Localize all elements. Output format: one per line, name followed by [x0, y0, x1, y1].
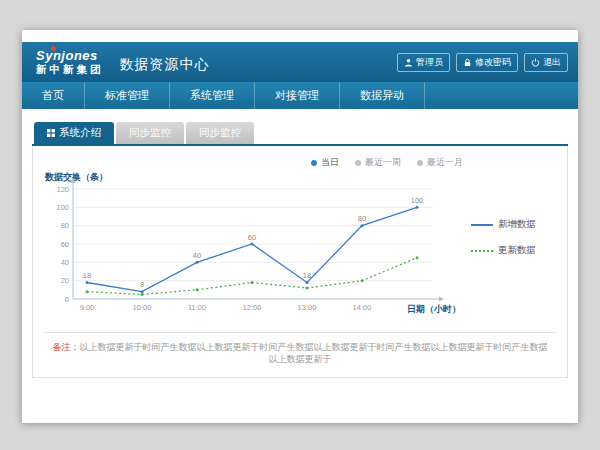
chart-area: 当日 最近一周 最近一月 数据交换（条）0204060801001209:001… [43, 152, 557, 323]
app-window: Synjones 新中新集团 数据资源中心 管理员 修改密码 退出 首页 标准管… [22, 30, 578, 423]
change-password-label: 修改密码 [475, 56, 511, 69]
svg-text:60: 60 [248, 233, 256, 242]
filter-label: 最近一周 [365, 156, 401, 169]
svg-text:9:00: 9:00 [80, 303, 95, 312]
tab-bar: 系统介绍 同步监控 同步监控 [34, 122, 568, 144]
legend-label: 新增数据 [498, 218, 536, 231]
grid-icon [47, 129, 55, 137]
legend-new-data[interactable]: 新增数据 [471, 218, 557, 231]
logo-text: Synjones [36, 49, 104, 64]
svg-text:数据交换（条）: 数据交换（条） [44, 172, 108, 182]
logout-label: 退出 [543, 56, 561, 69]
line-chart: 数据交换（条）0204060801001209:0010:0011:0012:0… [43, 171, 463, 323]
main-nav: 首页 标准管理 系统管理 对接管理 数据异动 [22, 82, 578, 109]
app-header: Synjones 新中新集团 数据资源中心 管理员 修改密码 退出 [22, 42, 578, 82]
filter-today[interactable]: 当日 [311, 156, 339, 169]
admin-user-button[interactable]: 管理员 [397, 53, 450, 72]
svg-text:14:00: 14:00 [353, 303, 372, 312]
chart-legend: 新增数据 更新数据 [469, 152, 557, 323]
chart-column: 当日 最近一周 最近一月 数据交换（条）0204060801001209:001… [43, 152, 469, 323]
nav-label: 系统管理 [190, 88, 234, 103]
svg-text:40: 40 [61, 258, 69, 267]
admin-label: 管理员 [416, 56, 443, 69]
svg-text:60: 60 [61, 240, 69, 249]
lock-icon [463, 58, 472, 67]
footnote-text: 以上数据更新于时间产生数据以上数据更新于时间产生数据以上数据更新于时间产生数据以… [80, 342, 548, 365]
logo-subtitle: 新中新集团 [36, 63, 104, 75]
power-icon [531, 58, 540, 67]
svg-text:12:00: 12:00 [243, 303, 262, 312]
tab-label: 系统介绍 [59, 126, 101, 140]
svg-text:8: 8 [140, 280, 144, 289]
svg-text:18: 18 [303, 271, 311, 280]
nav-item-connection-mgmt[interactable]: 对接管理 [255, 82, 340, 109]
footnote: 备注：以上数据更新于时间产生数据以上数据更新于时间产生数据以上数据更新于时间产生… [43, 332, 557, 377]
synjones-logo: Synjones 新中新集团 [36, 49, 104, 76]
solid-line-icon [471, 224, 493, 226]
filter-label: 当日 [321, 156, 339, 169]
legend-updated-data[interactable]: 更新数据 [471, 244, 557, 257]
logo-star-icon [51, 46, 56, 51]
svg-text:11:00: 11:00 [188, 303, 206, 312]
nav-item-system-mgmt[interactable]: 系统管理 [170, 82, 255, 109]
nav-label: 标准管理 [105, 88, 149, 103]
svg-text:18: 18 [83, 271, 91, 280]
svg-text:0: 0 [65, 295, 69, 304]
svg-text:100: 100 [411, 196, 424, 205]
dot-icon [417, 160, 423, 166]
logout-button[interactable]: 退出 [524, 53, 568, 72]
svg-text:日期（小时）: 日期（小时） [407, 304, 461, 314]
svg-text:20: 20 [61, 276, 69, 285]
nav-item-standard-mgmt[interactable]: 标准管理 [85, 82, 170, 109]
user-icon [404, 58, 413, 67]
chart-panel: 当日 最近一周 最近一月 数据交换（条）0204060801001209:001… [32, 146, 568, 378]
svg-text:80: 80 [61, 221, 69, 230]
dotted-line-icon [471, 250, 493, 252]
svg-text:80: 80 [358, 214, 366, 223]
svg-text:10:00: 10:00 [133, 303, 152, 312]
tab-sync-monitor-2[interactable]: 同步监控 [186, 122, 254, 144]
legend-label: 更新数据 [498, 244, 536, 257]
filter-last-month[interactable]: 最近一月 [417, 156, 463, 169]
range-filter: 当日 最近一周 最近一月 [43, 156, 463, 169]
nav-item-data-changes[interactable]: 数据异动 [340, 82, 425, 109]
svg-text:13:00: 13:00 [298, 303, 317, 312]
nav-label: 首页 [42, 88, 64, 103]
tab-system-intro[interactable]: 系统介绍 [34, 122, 114, 144]
brand: Synjones 新中新集团 数据资源中心 [36, 49, 210, 76]
page-title: 数据资源中心 [120, 56, 210, 76]
content-area: 系统介绍 同步监控 同步监控 当日 [22, 109, 578, 378]
nav-item-home[interactable]: 首页 [22, 82, 85, 109]
filter-last-week[interactable]: 最近一周 [355, 156, 401, 169]
nav-label: 数据异动 [360, 88, 404, 103]
svg-text:40: 40 [193, 251, 201, 260]
nav-label: 对接管理 [275, 88, 319, 103]
dot-icon [355, 160, 361, 166]
footnote-prefix: 备注： [53, 342, 80, 352]
dot-icon [311, 160, 317, 166]
filter-label: 最近一月 [427, 156, 463, 169]
tab-label: 同步监控 [129, 126, 171, 140]
svg-text:120: 120 [56, 185, 69, 194]
svg-text:100: 100 [56, 203, 69, 212]
user-bar: 管理员 修改密码 退出 [397, 53, 568, 72]
tab-sync-monitor-1[interactable]: 同步监控 [116, 122, 184, 144]
change-password-button[interactable]: 修改密码 [456, 53, 518, 72]
tab-label: 同步监控 [199, 126, 241, 140]
